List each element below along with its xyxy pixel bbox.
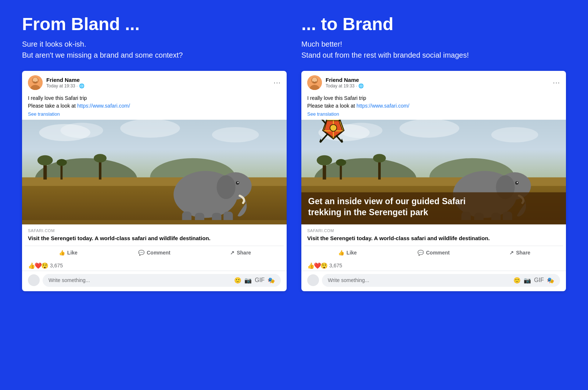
svg-point-36 [399, 120, 459, 138]
fb-comment-btn-right[interactable]: 💬 Comment [391, 248, 477, 258]
right-title: ... to Brand [301, 15, 566, 34]
fb-more-options[interactable]: ··· [273, 78, 281, 87]
fb-like-btn[interactable]: 👍 Like [25, 248, 111, 258]
fb-link-domain: SAFARI.COM [22, 224, 287, 234]
fb-friend-name-right: Friend Name [326, 77, 364, 83]
comment-icon-right: 💬 [417, 250, 424, 256]
svg-rect-28 [22, 220, 287, 224]
svg-point-7 [120, 120, 180, 138]
sticker-icon-right: 🎭 [547, 277, 554, 284]
fb-reactions: 👍 ❤️ 😲 3,675 [22, 259, 287, 271]
left-title: From Bland ... [22, 15, 287, 34]
fb-post-text: I really love this Safari trip Please ta… [28, 94, 281, 110]
svg-rect-15 [99, 160, 101, 179]
bland-fb-card: Friend Name Today at 19:33 · 🌐 ··· I rea… [22, 71, 287, 291]
fb-branded-image: Get an inside view of our guided Safari … [301, 120, 566, 224]
commenter-avatar-right [307, 274, 319, 286]
svg-point-6 [61, 123, 103, 138]
like-icon-right: 👍 [338, 250, 344, 256]
avatar-right [307, 75, 322, 90]
gif-icon-right: GIF [534, 277, 544, 284]
left-subtitle: Sure it looks ok-ish. But aren't we miss… [22, 39, 287, 61]
comment-placeholder-right: Write something... [328, 277, 369, 283]
fb-post-link-right[interactable]: https://www.safari.com/ [356, 103, 409, 109]
avatar [28, 75, 43, 90]
fb-link-title: Visit the Serengeti today. A world-class… [22, 234, 287, 246]
svg-point-52 [517, 182, 518, 183]
fb-reactions-right: 👍 ❤️ 😲 3,675 [301, 259, 566, 271]
svg-point-43 [317, 155, 332, 165]
svg-text:Get an inside view of our guid: Get an inside view of our guided Safari [308, 196, 466, 206]
right-subtitle: Much better! Stand out from the rest wit… [301, 39, 566, 61]
svg-point-18 [57, 159, 67, 166]
svg-point-45 [373, 154, 386, 162]
right-column: ... to Brand Much better! Stand out from… [301, 15, 566, 291]
svg-point-23 [237, 182, 239, 183]
svg-point-8 [212, 127, 259, 142]
emoji-icon: 🙂 [234, 277, 241, 284]
left-column: From Bland ... Sure it looks ok-ish. But… [22, 15, 287, 291]
svg-point-35 [340, 123, 383, 138]
reaction-count: 3,675 [50, 263, 63, 268]
commenter-avatar [28, 274, 40, 286]
fb-post-link[interactable]: https://www.safari.com/ [77, 103, 130, 109]
fb-meta: Today at 19:33 · 🌐 [46, 83, 85, 89]
fb-comment-area-right: Write something... 🙂 📷 GIF 🎭 [301, 271, 566, 291]
svg-point-37 [491, 127, 538, 142]
fb-link-title-right: Visit the Serengeti today. A world-class… [301, 234, 566, 246]
see-translation-right[interactable]: See translation [307, 111, 560, 117]
fb-header: Friend Name Today at 19:33 · 🌐 ··· [28, 75, 281, 90]
fb-more-options-right[interactable]: ··· [553, 78, 560, 87]
svg-point-14 [37, 155, 53, 165]
comment-input-right[interactable]: Write something... 🙂 📷 GIF 🎭 [322, 274, 560, 287]
see-translation[interactable]: See translation [28, 111, 281, 117]
fb-meta-right: Today at 19:33 · 🌐 [326, 83, 364, 89]
like-icon: 👍 [59, 250, 65, 256]
svg-point-21 [217, 175, 236, 199]
comment-icon: 💬 [138, 250, 144, 256]
fb-share-btn-right[interactable]: ↗ Share [477, 248, 563, 258]
sticker-icon: 🎭 [268, 277, 275, 284]
fb-comment-area: Write something... 🙂 📷 GIF 🎭 [22, 271, 287, 291]
fb-share-btn[interactable]: ↗ Share [197, 248, 284, 258]
fb-link-domain-right: SAFARI.COM [301, 224, 566, 234]
svg-point-16 [94, 154, 107, 162]
emoji-icon-right: 🙂 [513, 277, 521, 284]
gif-icon: GIF [255, 277, 265, 284]
svg-rect-46 [340, 165, 342, 180]
comment-input[interactable]: Write something... 🙂 📷 GIF 🎭 [43, 274, 281, 287]
camera-icon: 📷 [244, 277, 252, 284]
fb-header-right: Friend Name Today at 19:33 · 🌐 ··· [307, 75, 560, 90]
fb-actions-right: 👍 Like 💬 Comment ↗ Share [304, 246, 563, 259]
branded-fb-card: Friend Name Today at 19:33 · 🌐 ··· I rea… [301, 71, 566, 291]
fb-bland-image [22, 120, 287, 224]
svg-point-71 [330, 124, 337, 131]
camera-icon-right: 📷 [524, 277, 531, 284]
svg-text:trekking in the Serengeti park: trekking in the Serengeti park [308, 207, 429, 217]
svg-point-47 [336, 159, 346, 166]
share-icon: ↗ [230, 250, 234, 256]
fb-post-text-right: I really love this Safari trip Please ta… [307, 94, 560, 110]
comment-placeholder: Write something... [49, 277, 90, 283]
share-icon-right: ↗ [509, 250, 514, 256]
svg-rect-17 [61, 165, 63, 180]
fb-actions: 👍 Like 💬 Comment ↗ Share [25, 246, 284, 259]
fb-like-btn-right[interactable]: 👍 Like [304, 248, 391, 258]
svg-rect-44 [378, 160, 381, 179]
fb-friend-name: Friend Name [46, 77, 85, 83]
reaction-count-right: 3,675 [329, 263, 342, 268]
fb-comment-btn[interactable]: 💬 Comment [111, 248, 198, 258]
